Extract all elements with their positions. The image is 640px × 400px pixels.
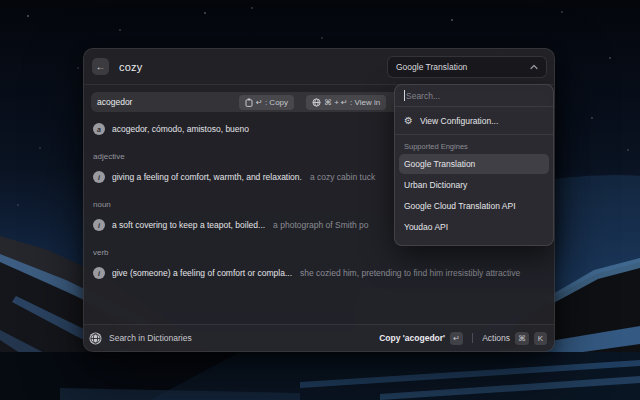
copy-hint-badge: ↵ : Copy — [239, 95, 294, 110]
desktop: ← cozy Google Translation acogedor ↵ — [0, 0, 640, 400]
view-in-hint-badge: ⌘ + ↵ : View in — [306, 95, 386, 110]
globe-icon — [312, 98, 321, 107]
definition-row-verb[interactable]: i give (someone) a feeling of comfort or… — [91, 262, 547, 284]
k-key-icon[interactable]: K — [534, 332, 547, 345]
engine-search-placeholder: Search... — [406, 91, 440, 101]
action-bar: Search in Dictionaries Copy 'acogedor' ↵… — [84, 324, 554, 351]
engine-item-google-cloud-translation-api[interactable]: Google Cloud Translation API — [399, 196, 549, 216]
engine-search-input[interactable]: Search... — [395, 85, 553, 107]
clipboard-icon — [245, 98, 253, 107]
engine-item-youdao-api[interactable]: Youdao API — [399, 217, 549, 237]
definition-text: giving a feeling of comfort, warmth, and… — [112, 172, 302, 182]
engine-item-urban-dictionary[interactable]: Urban Dictionary — [399, 175, 549, 195]
engine-selector-label: Google Translation — [396, 62, 467, 72]
footer-divider — [472, 333, 473, 343]
text-cursor — [404, 90, 405, 101]
section-header-verb: verb — [93, 248, 554, 260]
back-button[interactable]: ← — [92, 58, 109, 75]
extension-name: Search in Dictionaries — [109, 333, 192, 343]
back-arrow-icon: ← — [96, 58, 106, 75]
definition-icon: i — [93, 171, 105, 183]
definition-icon: i — [93, 267, 105, 279]
dictionaries-extension-icon — [89, 332, 102, 345]
engine-dropdown-panel: Search... ⚙ View Configuration... Suppor… — [394, 84, 554, 246]
return-key-icon[interactable]: ↵ — [450, 332, 463, 345]
search-topbar: ← cozy Google Translation — [84, 49, 554, 85]
definition-text: a soft covering to keep a teapot, boiled… — [112, 220, 265, 230]
footer-actions: Copy 'acogedor' ↵ Actions ⌘ K — [379, 332, 547, 345]
copy-hint-label: ↵ : Copy — [256, 98, 288, 107]
result-title: acogedor — [91, 97, 132, 107]
engine-selector-dropdown[interactable]: Google Translation — [387, 56, 547, 78]
extension-source[interactable]: Search in Dictionaries — [89, 332, 379, 345]
definition-text: give (someone) a feeling of comfort or c… — [112, 268, 292, 278]
search-query[interactable]: cozy — [119, 61, 387, 73]
engine-item-google-translation[interactable]: Google Translation — [399, 154, 549, 174]
primary-action-label[interactable]: Copy 'acogedor' — [379, 333, 445, 343]
translate-icon: a — [93, 123, 105, 135]
gear-icon: ⚙ — [404, 116, 413, 126]
supported-engines-header: Supported Engines — [404, 142, 544, 151]
chevron-up-icon — [530, 64, 538, 70]
view-configuration-label: View Configuration... — [420, 116, 498, 126]
example-text: she cozied him, pretending to find him i… — [300, 268, 520, 278]
view-configuration-item[interactable]: ⚙ View Configuration... — [395, 107, 553, 135]
panel-padding — [395, 238, 553, 245]
raycast-window: ← cozy Google Translation acogedor ↵ — [83, 48, 555, 352]
example-text: a photograph of Smith po — [273, 220, 368, 230]
actions-menu-label[interactable]: Actions — [482, 333, 510, 343]
definition-icon: i — [93, 219, 105, 231]
translation-text: acogedor, cómodo, amistoso, bueno — [112, 124, 249, 134]
view-in-hint-label: ⌘ + ↵ : View in — [324, 98, 380, 107]
example-text: a cozy cabin tuck — [310, 172, 375, 182]
command-key-icon[interactable]: ⌘ — [515, 332, 529, 345]
